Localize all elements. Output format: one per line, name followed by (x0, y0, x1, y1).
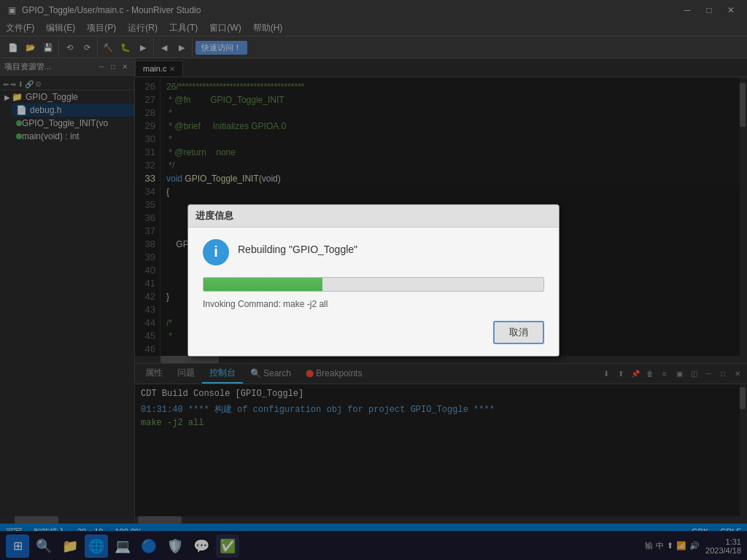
progress-dialog: 进度信息 i Rebuilding "GPIO_Toggle" Invoking… (187, 204, 560, 357)
dialog-title-bar: 进度信息 (188, 205, 559, 228)
dialog-title: 进度信息 (196, 210, 233, 221)
dialog-overlay: 进度信息 i Rebuilding "GPIO_Toggle" Invoking… (0, 0, 747, 560)
dialog-message-row: i Rebuilding "GPIO_Toggle" (203, 239, 544, 265)
progress-bar-fill (204, 278, 322, 291)
cancel-button[interactable]: 取消 (493, 321, 544, 344)
progress-bar-container (203, 277, 544, 292)
dialog-message: Rebuilding "GPIO_Toggle" (238, 239, 357, 255)
dialog-buttons: 取消 (203, 321, 544, 344)
info-symbol: i (214, 244, 218, 260)
dialog-body: i Rebuilding "GPIO_Toggle" Invoking Comm… (188, 228, 559, 356)
dialog-info-icon: i (203, 239, 229, 265)
dialog-status: Invoking Command: make -j2 all (203, 299, 544, 309)
